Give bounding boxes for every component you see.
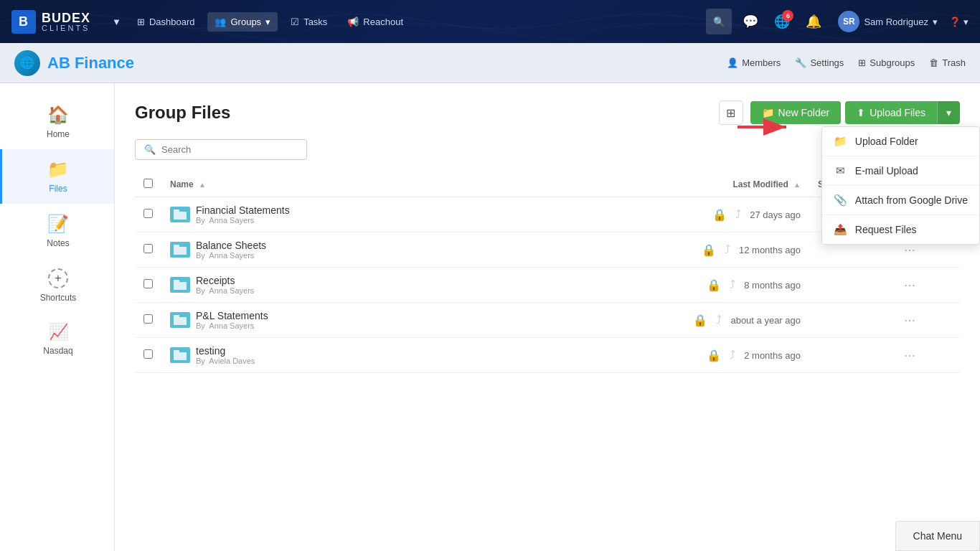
modified-date-1: 12 months ago [739,245,801,255]
row-options-4[interactable]: ⋯ [904,349,915,362]
trash-button[interactable]: 🗑 Trash [929,57,966,68]
chat-icon-button[interactable]: 💬 [738,9,763,34]
reachout-label: Reachout [363,17,403,27]
top-navigation: B BUDEX CLIENTS ▼ ⊞ Dashboard 👥 Groups ▾… [0,0,980,43]
file-by-2: By Anna Sayers [196,286,254,295]
file-by-0: By Anna Sayers [196,216,254,225]
dropdown-label-0: Upload Folder [855,136,918,147]
subheader-actions: 👤 Members 🔧 Settings ⊞ Subgroups 🗑 Trash [727,57,966,68]
row-checkbox-0[interactable] [143,209,153,218]
share-icon-3[interactable]: ⤴ [716,314,722,326]
share-icon-1[interactable]: ⤴ [725,243,730,256]
sidebar-item-shortcuts[interactable]: + Shortcuts [0,258,114,313]
dropdown-item-0[interactable]: 📁 Upload Folder [822,127,979,156]
lock-icon-0[interactable]: 🔒 [712,208,727,222]
nav-dashboard[interactable]: ⊞ Dashboard [130,12,202,32]
table-row: P&L Statements By Anna Sayers 🔒 ⤴ about … [135,303,960,338]
help-icon: ❓ [949,17,961,27]
svg-rect-2 [174,247,187,255]
dropdown-label-2: Attach from Google Drive [855,194,968,206]
row-checkbox-2[interactable] [143,279,153,288]
file-name-1[interactable]: Balance Sheets [196,240,266,251]
file-cell-1: Balance Sheets By Anna Sayers [196,240,266,260]
sidebar-item-nasdaq[interactable]: 📈 Nasdaq [0,313,114,366]
tasks-label: Tasks [303,17,327,27]
notification-badge: 6 [782,10,793,22]
lock-icon-3[interactable]: 🔒 [693,314,707,327]
subheader: 🌐 AB Finance 👤 Members 🔧 Settings ⊞ Subg… [0,43,980,83]
file-by-3: By Anna Sayers [196,321,254,330]
nav-groups[interactable]: 👥 Groups ▾ [207,12,278,32]
sidebar-shortcuts-label: Shortcuts [40,293,77,303]
bell-icon: 🔔 [806,14,821,29]
dropdown-item-1[interactable]: ✉ E-mail Upload [822,156,979,186]
svg-rect-9 [174,350,179,353]
search-input[interactable] [161,144,298,155]
settings-icon: 🔧 [795,57,806,68]
notes-icon: 📝 [47,214,69,234]
sidebar-home-label: Home [47,129,70,139]
row-checkbox-3[interactable] [143,314,153,324]
nav-reachout[interactable]: 📢 Reachout [340,12,410,32]
row-checkbox-1[interactable] [143,244,153,253]
share-icon-0[interactable]: ⤴ [735,208,741,221]
user-dropdown-icon: ▾ [933,17,938,27]
modified-date-3: about a year ago [730,315,801,326]
file-name-2[interactable]: Receipts [196,275,235,286]
sidebar-item-home[interactable]: 🏠 Home [0,95,114,149]
svg-rect-4 [174,282,187,290]
file-name-0[interactable]: Financial Statements [196,204,290,216]
nav-tasks[interactable]: ☑ Tasks [283,12,334,32]
members-icon: 👤 [727,57,738,68]
trash-label: Trash [942,57,966,68]
row-checkbox-4[interactable] [143,349,153,359]
upload-dropdown-chevron: ▾ [946,107,951,118]
select-all-checkbox[interactable] [143,179,153,188]
table-row: testing By Aviela Daves 🔒 ⤴ 2 months ago… [135,338,960,373]
notifications-button[interactable]: 🔔 [801,9,826,34]
grid-icon: ⊞ [726,106,735,120]
dropdown-item-3[interactable]: 📤 Request Files [822,215,979,244]
dropdown-item-2[interactable]: 📎 Attach from Google Drive [822,186,979,215]
row-options-1[interactable]: ⋯ [904,244,915,256]
share-icon-2[interactable]: ⤴ [730,278,735,291]
logo-text: BUDEX CLIENTS [42,11,90,32]
modified-date-2: 8 months ago [744,280,801,291]
chat-menu[interactable]: Chat Menu [895,521,980,551]
members-label: Members [742,57,781,68]
svg-rect-0 [174,212,187,220]
nasdaq-icon: 📈 [49,323,68,342]
file-cell-3: P&L Statements By Anna Sayers [196,310,268,330]
file-cell-0: Financial Statements By Anna Sayers [196,204,290,225]
file-name-4[interactable]: testing [196,345,225,357]
row-options-2[interactable]: ⋯ [904,279,915,291]
svg-rect-6 [174,317,187,325]
row-options-3[interactable]: ⋯ [904,314,915,326]
search-button[interactable]: 🔍 [706,9,732,34]
globe-icon-button[interactable]: 🌐 6 [769,9,795,34]
folder-icon-0 [170,207,190,222]
logo-dropdown-button[interactable]: ▼ [109,12,124,32]
search-icon: 🔍 [144,144,156,155]
lock-icon-1[interactable]: 🔒 [702,243,716,257]
col-name-header: Name [170,179,194,189]
user-menu-button[interactable]: SR Sam Rodriguez ▾ [832,8,943,35]
settings-button[interactable]: 🔧 Settings [795,57,844,68]
sidebar-item-files[interactable]: 📁 Files [0,149,114,204]
upload-dropdown-button[interactable]: ▾ [937,101,960,124]
help-button[interactable]: ❓ ▾ [949,17,969,27]
subgroups-button[interactable]: ⊞ Subgroups [858,57,915,68]
logo: B BUDEX CLIENTS [11,10,98,34]
file-name-3[interactable]: P&L Statements [196,310,268,321]
members-button[interactable]: 👤 Members [727,57,781,68]
svg-rect-5 [174,280,179,283]
sidebar-item-notes[interactable]: 📝 Notes [0,204,114,258]
group-name: AB Finance [47,54,134,72]
share-icon-4[interactable]: ⤴ [730,349,735,362]
lock-icon-4[interactable]: 🔒 [707,349,721,362]
dropdown-icon-3: 📤 [834,223,848,236]
groups-icon: 👥 [215,17,226,27]
lock-icon-2[interactable]: 🔒 [707,278,721,292]
reachout-icon: 📢 [347,17,359,27]
upload-files-button[interactable]: ⬆ Upload Files [845,101,937,124]
